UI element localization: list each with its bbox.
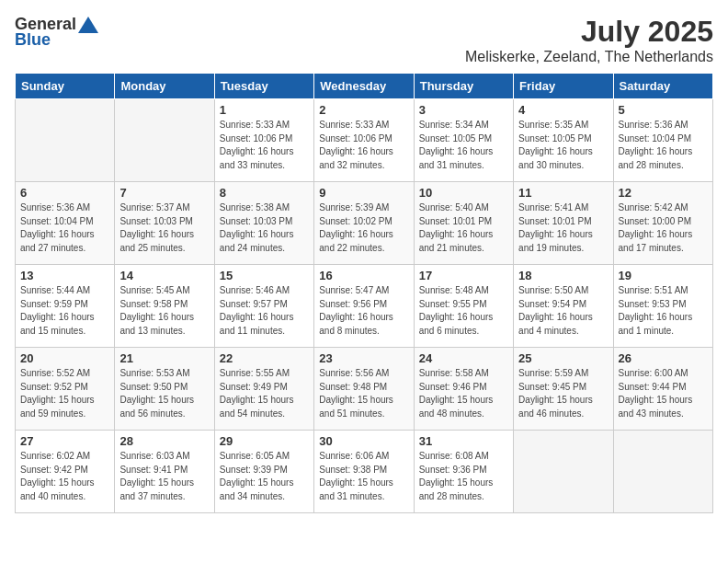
title-area: July 2025 Meliskerke, Zeeland, The Nethe… (465, 15, 713, 65)
day-detail: Sunrise: 5:33 AMSunset: 10:06 PMDaylight… (319, 119, 408, 172)
day-detail: Sunrise: 5:40 AMSunset: 10:01 PMDaylight… (419, 201, 508, 255)
month-title: July 2025 (465, 15, 713, 49)
weekday-header-sunday: Sunday (16, 74, 115, 99)
day-number: 20 (20, 351, 109, 365)
day-number: 10 (419, 186, 508, 200)
day-detail: Sunrise: 5:58 AMSunset: 9:46 PMDaylight:… (419, 367, 508, 420)
day-detail: Sunrise: 5:33 AMSunset: 10:06 PMDaylight… (220, 119, 309, 172)
day-detail: Sunrise: 5:42 AMSunset: 10:00 PMDaylight… (619, 201, 708, 255)
svg-marker-0 (78, 17, 98, 33)
day-number: 12 (619, 186, 708, 200)
day-number: 14 (119, 269, 209, 282)
weekday-header-row: SundayMondayTuesdayWednesdayThursdayFrid… (16, 74, 713, 99)
weekday-header-tuesday: Tuesday (214, 74, 313, 99)
day-number: 1 (220, 103, 309, 117)
day-number: 16 (319, 269, 408, 282)
day-detail: Sunrise: 5:56 AMSunset: 9:48 PMDaylight:… (319, 367, 408, 420)
calendar-cell: 26Sunrise: 6:00 AMSunset: 9:44 PMDayligh… (613, 348, 712, 431)
day-detail: Sunrise: 5:47 AMSunset: 9:56 PMDaylight:… (319, 284, 408, 338)
calendar-cell: 12Sunrise: 5:42 AMSunset: 10:00 PMDaylig… (613, 182, 712, 265)
calendar-cell: 17Sunrise: 5:48 AMSunset: 9:55 PMDayligh… (414, 265, 513, 348)
day-number: 27 (20, 434, 109, 448)
calendar-cell: 16Sunrise: 5:47 AMSunset: 9:56 PMDayligh… (314, 265, 414, 348)
day-number: 9 (319, 186, 408, 200)
calendar-cell (115, 99, 214, 182)
calendar-cell: 23Sunrise: 5:56 AMSunset: 9:48 PMDayligh… (314, 348, 414, 431)
day-number: 24 (419, 351, 508, 365)
day-number: 11 (518, 186, 608, 200)
day-number: 7 (119, 186, 209, 200)
day-detail: Sunrise: 5:48 AMSunset: 9:55 PMDaylight:… (419, 284, 508, 338)
calendar-cell: 5Sunrise: 5:36 AMSunset: 10:04 PMDayligh… (613, 99, 712, 182)
calendar-week-row: 27Sunrise: 6:02 AMSunset: 9:42 PMDayligh… (16, 431, 713, 513)
day-number: 3 (419, 103, 508, 117)
calendar-week-row: 20Sunrise: 5:52 AMSunset: 9:52 PMDayligh… (16, 348, 713, 431)
day-detail: Sunrise: 5:46 AMSunset: 9:57 PMDaylight:… (220, 284, 309, 338)
location-title: Meliskerke, Zeeland, The Netherlands (465, 49, 713, 65)
day-number: 13 (20, 269, 109, 282)
page-header: General Blue July 2025 Meliskerke, Zeela… (15, 15, 713, 65)
calendar-cell: 18Sunrise: 5:50 AMSunset: 9:54 PMDayligh… (514, 265, 613, 348)
calendar-cell (514, 431, 613, 513)
day-detail: Sunrise: 5:44 AMSunset: 9:59 PMDaylight:… (20, 284, 109, 338)
day-detail: Sunrise: 6:08 AMSunset: 9:36 PMDaylight:… (419, 450, 508, 503)
day-number: 17 (419, 269, 508, 282)
calendar-week-row: 13Sunrise: 5:44 AMSunset: 9:59 PMDayligh… (16, 265, 713, 348)
logo-icon (78, 17, 98, 33)
day-number: 29 (220, 434, 309, 448)
calendar-cell: 25Sunrise: 5:59 AMSunset: 9:45 PMDayligh… (514, 348, 613, 431)
calendar-cell: 13Sunrise: 5:44 AMSunset: 9:59 PMDayligh… (16, 265, 115, 348)
day-detail: Sunrise: 5:38 AMSunset: 10:03 PMDaylight… (220, 201, 309, 255)
day-detail: Sunrise: 5:50 AMSunset: 9:54 PMDaylight:… (518, 284, 608, 338)
calendar-cell: 28Sunrise: 6:03 AMSunset: 9:41 PMDayligh… (115, 431, 214, 513)
day-number: 18 (518, 269, 608, 282)
calendar-cell: 30Sunrise: 6:06 AMSunset: 9:38 PMDayligh… (314, 431, 414, 513)
day-detail: Sunrise: 6:05 AMSunset: 9:39 PMDaylight:… (220, 450, 309, 503)
day-number: 8 (220, 186, 309, 200)
day-detail: Sunrise: 5:59 AMSunset: 9:45 PMDaylight:… (518, 367, 608, 420)
day-detail: Sunrise: 5:34 AMSunset: 10:05 PMDaylight… (419, 119, 508, 172)
day-detail: Sunrise: 5:41 AMSunset: 10:01 PMDaylight… (518, 201, 608, 255)
calendar-cell (613, 431, 712, 513)
calendar-cell: 20Sunrise: 5:52 AMSunset: 9:52 PMDayligh… (16, 348, 115, 431)
calendar-cell: 7Sunrise: 5:37 AMSunset: 10:03 PMDayligh… (115, 182, 214, 265)
day-number: 28 (119, 434, 209, 448)
day-number: 4 (518, 103, 608, 117)
calendar-cell: 11Sunrise: 5:41 AMSunset: 10:01 PMDaylig… (514, 182, 613, 265)
calendar-cell: 6Sunrise: 5:36 AMSunset: 10:04 PMDayligh… (16, 182, 115, 265)
day-number: 23 (319, 351, 408, 365)
day-number: 19 (619, 269, 708, 282)
day-detail: Sunrise: 5:52 AMSunset: 9:52 PMDaylight:… (20, 367, 109, 420)
day-detail: Sunrise: 6:02 AMSunset: 9:42 PMDaylight:… (20, 450, 109, 503)
logo-blue-text: Blue (15, 30, 51, 50)
weekday-header-saturday: Saturday (613, 74, 712, 99)
day-detail: Sunrise: 6:06 AMSunset: 9:38 PMDaylight:… (319, 450, 408, 503)
day-number: 22 (220, 351, 309, 365)
day-detail: Sunrise: 5:39 AMSunset: 10:02 PMDaylight… (319, 201, 408, 255)
calendar-table: SundayMondayTuesdayWednesdayThursdayFrid… (15, 73, 713, 513)
calendar-cell: 2Sunrise: 5:33 AMSunset: 10:06 PMDayligh… (314, 99, 414, 182)
calendar-cell: 8Sunrise: 5:38 AMSunset: 10:03 PMDayligh… (214, 182, 313, 265)
day-detail: Sunrise: 5:53 AMSunset: 9:50 PMDaylight:… (119, 367, 209, 420)
calendar-cell: 24Sunrise: 5:58 AMSunset: 9:46 PMDayligh… (414, 348, 513, 431)
calendar-cell: 1Sunrise: 5:33 AMSunset: 10:06 PMDayligh… (214, 99, 313, 182)
calendar-cell: 21Sunrise: 5:53 AMSunset: 9:50 PMDayligh… (115, 348, 214, 431)
day-number: 5 (619, 103, 708, 117)
calendar-cell: 4Sunrise: 5:35 AMSunset: 10:05 PMDayligh… (514, 99, 613, 182)
day-number: 15 (220, 269, 309, 282)
calendar-cell: 3Sunrise: 5:34 AMSunset: 10:05 PMDayligh… (414, 99, 513, 182)
day-number: 30 (319, 434, 408, 448)
day-detail: Sunrise: 5:37 AMSunset: 10:03 PMDaylight… (119, 201, 209, 255)
day-detail: Sunrise: 5:35 AMSunset: 10:05 PMDaylight… (518, 119, 608, 172)
calendar-week-row: 1Sunrise: 5:33 AMSunset: 10:06 PMDayligh… (16, 99, 713, 182)
day-number: 31 (419, 434, 508, 448)
day-detail: Sunrise: 5:51 AMSunset: 9:53 PMDaylight:… (619, 284, 708, 338)
calendar-cell: 29Sunrise: 6:05 AMSunset: 9:39 PMDayligh… (214, 431, 313, 513)
logo: General Blue (15, 15, 98, 50)
day-detail: Sunrise: 6:00 AMSunset: 9:44 PMDaylight:… (619, 367, 708, 420)
day-detail: Sunrise: 5:55 AMSunset: 9:49 PMDaylight:… (220, 367, 309, 420)
day-number: 2 (319, 103, 408, 117)
weekday-header-thursday: Thursday (414, 74, 513, 99)
calendar-cell: 14Sunrise: 5:45 AMSunset: 9:58 PMDayligh… (115, 265, 214, 348)
calendar-cell: 19Sunrise: 5:51 AMSunset: 9:53 PMDayligh… (613, 265, 712, 348)
